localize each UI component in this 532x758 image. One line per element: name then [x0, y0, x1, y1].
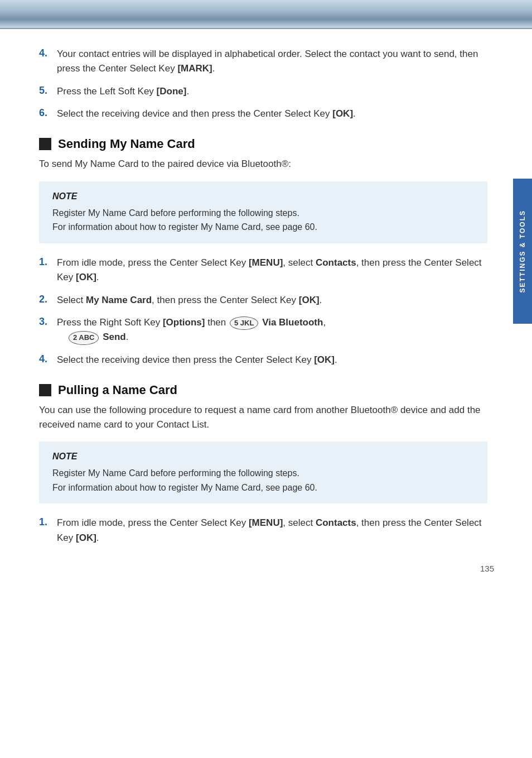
note-box-sending: NOTE Register My Name Card before perfor…: [39, 181, 487, 243]
step-number-4: 4.: [39, 47, 57, 59]
key-contacts-p1: Contacts: [316, 517, 356, 528]
note-title-pulling: NOTE: [52, 452, 474, 462]
key-circle-2abc: 2 ABC: [69, 331, 99, 344]
section-icon-pulling: [39, 384, 51, 396]
sidebar-tab: SETTINGS & TOOLS: [513, 179, 532, 324]
step-text-5: Press the Left Soft Key [Done].: [57, 84, 487, 99]
intro-step-4: 4. Your contact entries will be displaye…: [39, 47, 487, 76]
section-subtitle-sending: To send My Name Card to the paired devic…: [39, 157, 487, 171]
page-wrapper: SETTINGS & TOOLS 4. Your contact entries…: [0, 0, 532, 587]
section-subtitle-pulling: You can use the following procedure to r…: [39, 403, 487, 431]
sending-steps: 1. From idle mode, press the Center Sele…: [39, 256, 487, 367]
sending-step-text-1: From idle mode, press the Center Select …: [57, 256, 487, 285]
note-text-sending: Register My Name Card before performing …: [52, 206, 474, 234]
sending-step-number-1: 1.: [39, 256, 57, 268]
sending-step-1: 1. From idle mode, press the Center Sele…: [39, 256, 487, 285]
sending-step-text-4: Select the receiving device then press t…: [57, 353, 487, 367]
page-number: 135: [480, 564, 494, 573]
sending-step-text-3: Press the Right Soft Key [Options] then …: [57, 315, 487, 345]
sending-step-4: 4. Select the receiving device then pres…: [39, 353, 487, 367]
step-text-6: Select the receiving device and then pre…: [57, 107, 487, 121]
intro-steps: 4. Your contact entries will be displaye…: [39, 47, 487, 121]
section-sending-heading: Sending My Name Card: [39, 137, 487, 151]
note-title-sending: NOTE: [52, 191, 474, 202]
key-done: [Done]: [157, 86, 187, 97]
step-number-6: 6.: [39, 107, 57, 119]
note-box-pulling: NOTE Register My Name Card before perfor…: [39, 442, 487, 503]
key-mynamecard: My Name Card: [86, 295, 152, 305]
key-ok-p1: [OK]: [76, 532, 96, 543]
pulling-step-text-1: From idle mode, press the Center Select …: [57, 516, 487, 545]
sending-step-3: 3. Press the Right Soft Key [Options] th…: [39, 315, 487, 345]
step-number-5: 5.: [39, 84, 57, 97]
sending-step-text-2: Select My Name Card, then press the Cent…: [57, 293, 487, 308]
pulling-step-1: 1. From idle mode, press the Center Sele…: [39, 516, 487, 545]
sidebar-tab-label: SETTINGS & TOOLS: [519, 210, 526, 292]
sending-step-2: 2. Select My Name Card, then press the C…: [39, 293, 487, 308]
key-circle-5jkl: 5 JKL: [230, 316, 258, 330]
key-mark: [MARK]: [177, 63, 212, 74]
key-ok-s4: [OK]: [314, 354, 335, 365]
key-ok-s1: [OK]: [76, 272, 96, 282]
sending-step-number-3: 3.: [39, 315, 57, 328]
key-menu-1: [MENU]: [249, 257, 283, 268]
intro-step-5: 5. Press the Left Soft Key [Done].: [39, 84, 487, 99]
pulling-step-number-1: 1.: [39, 516, 57, 528]
text-via-bluetooth: Via Bluetooth: [262, 317, 323, 328]
intro-step-6: 6. Select the receiving device and then …: [39, 107, 487, 121]
section-pulling-heading: Pulling a Name Card: [39, 383, 487, 397]
header-bar: [0, 0, 532, 29]
key-contacts-1: Contacts: [316, 257, 356, 268]
note-text-pulling: Register My Name Card before performing …: [52, 466, 474, 495]
text-send: Send: [103, 332, 126, 342]
key-ok-s2: [OK]: [299, 295, 320, 305]
section-title-pulling: Pulling a Name Card: [58, 383, 177, 397]
sending-step-number-4: 4.: [39, 353, 57, 365]
section-icon-sending: [39, 138, 51, 150]
section-title-sending: Sending My Name Card: [58, 137, 195, 151]
sending-step-number-2: 2.: [39, 293, 57, 305]
key-menu-p1: [MENU]: [249, 517, 283, 528]
step-text-4: Your contact entries will be displayed i…: [57, 47, 487, 76]
main-content: 4. Your contact entries will be displaye…: [0, 47, 532, 545]
key-ok-6: [OK]: [332, 108, 353, 119]
pulling-steps: 1. From idle mode, press the Center Sele…: [39, 516, 487, 545]
key-options: [Options]: [163, 317, 205, 328]
